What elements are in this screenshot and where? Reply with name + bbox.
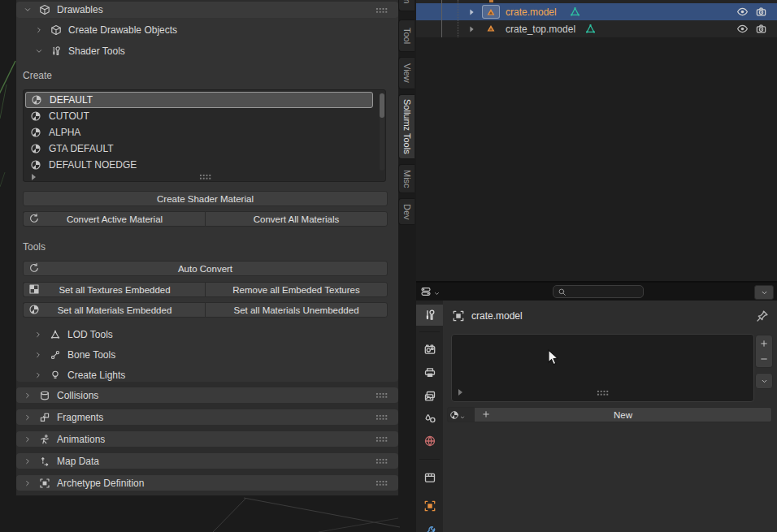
panel-header-map-data[interactable]: Map Data — [16, 453, 398, 469]
panel-drag-grip[interactable] — [375, 480, 388, 486]
world-globe-icon — [423, 435, 436, 448]
slot-specials-button[interactable] — [755, 373, 773, 389]
create-shader-material-button[interactable]: Create Shader Material — [23, 191, 388, 206]
subpanel-header-create-drawable-objects[interactable]: Create Drawable Objects — [34, 23, 384, 37]
convert-all-materials-button[interactable]: Convert All Materials — [205, 211, 388, 227]
editor-type-button[interactable] — [420, 285, 446, 298]
panel-drawables: Drawables Create Drawable Objects Shader… — [16, 2, 398, 382]
auto-convert-button[interactable]: Auto Convert — [23, 261, 388, 276]
list-filter-expand-icon[interactable] — [458, 389, 462, 396]
tab-view-layer-properties[interactable] — [421, 388, 439, 404]
chevron-right-icon — [34, 25, 44, 35]
shader-list-item-gta-default[interactable]: GTA DEFAULT — [25, 141, 373, 157]
hierarchy-dashed-line — [458, 0, 458, 37]
tab-view[interactable]: View — [398, 57, 415, 89]
tab-collection-properties[interactable] — [421, 469, 439, 486]
panel-header-animations[interactable]: Animations — [16, 431, 398, 447]
object-name[interactable]: crate_top.model — [506, 24, 575, 35]
shader-name: CUTOUT — [49, 110, 89, 122]
cube-icon — [39, 4, 50, 15]
sidebar-tab-strip: Item Tool View Sollumz Tools Misc Dev — [398, 0, 416, 532]
tab-sollumz-tools[interactable]: Sollumz Tools — [398, 94, 415, 159]
tab-tool-properties[interactable] — [421, 307, 439, 323]
tab-item-partial[interactable]: Item — [398, 0, 415, 11]
remove-all-embedded-textures-button[interactable]: Remove all Embeded Textures — [205, 282, 388, 297]
set-all-textures-embedded-button[interactable]: Set all Textures Embedded — [23, 282, 206, 297]
button-label: Create Shader Material — [157, 194, 254, 204]
map-data-icon — [39, 456, 50, 467]
hide-eye-icon[interactable] — [736, 6, 749, 18]
set-all-materials-unembedded-button[interactable]: Set all Materials Unembedded — [205, 302, 388, 318]
tab-object-properties[interactable] — [421, 498, 439, 514]
browse-material-dropdown[interactable] — [447, 407, 477, 422]
tab-world-properties[interactable] — [421, 433, 439, 449]
tab-misc[interactable]: Misc — [398, 164, 415, 193]
outliner-row-crate-top-model[interactable]: crate_top.model — [416, 20, 777, 37]
chevron-right-icon — [33, 370, 43, 380]
tab-tool[interactable]: Tool — [398, 19, 415, 52]
properties-search[interactable] — [553, 285, 644, 298]
material-icon — [31, 94, 42, 106]
panel-drag-grip[interactable] — [375, 7, 388, 13]
list-resize-grip[interactable] — [597, 390, 609, 396]
chevron-down-icon — [760, 377, 769, 386]
chevron-right-icon — [33, 330, 43, 340]
properties-search-input[interactable] — [570, 286, 638, 297]
panel-header-drawables[interactable]: Drawables — [16, 2, 398, 18]
chevron-right-icon — [33, 350, 43, 360]
outliner-row-crate-model[interactable]: crate.model — [416, 3, 777, 20]
disable-render-icon[interactable] — [755, 6, 767, 18]
expand-icon[interactable] — [470, 10, 473, 15]
material-slot-list[interactable] — [451, 334, 754, 402]
list-filter-expand-icon[interactable] — [32, 174, 36, 180]
subpanel-header-create-lights[interactable]: Create Lights — [33, 368, 383, 383]
breadcrumb: crate.model — [452, 309, 769, 322]
subpanel-header-shader-tools[interactable]: Shader Tools — [34, 44, 384, 58]
material-icon — [30, 110, 41, 122]
tab-modifier-properties[interactable] — [421, 524, 439, 532]
panel-drag-grip[interactable] — [375, 458, 388, 464]
list-scrollbar[interactable] — [380, 93, 384, 171]
disable-render-icon[interactable] — [755, 23, 767, 35]
object-name[interactable]: crate.model — [506, 6, 557, 18]
pin-icon[interactable] — [756, 309, 769, 322]
material-icon — [449, 410, 459, 420]
header-options-button[interactable] — [754, 285, 774, 300]
panel-header-collisions[interactable]: Collisions — [16, 387, 398, 403]
panel-drag-grip[interactable] — [375, 392, 388, 398]
list-resize-grip[interactable] — [199, 174, 211, 179]
panel-header-fragments[interactable]: Fragments — [16, 409, 398, 425]
shader-list-item-alpha[interactable]: ALPHA — [25, 124, 373, 141]
chevron-down-icon — [34, 46, 44, 56]
panel-drag-grip[interactable] — [375, 436, 388, 442]
add-slot-button[interactable] — [755, 335, 773, 353]
fragments-icon — [39, 412, 50, 423]
tab-scene-properties[interactable] — [421, 410, 439, 426]
hide-eye-icon[interactable] — [736, 23, 749, 35]
chevron-right-icon — [23, 413, 33, 422]
set-all-materials-embedded-button[interactable]: Set all Materials Embedded — [23, 302, 206, 318]
mouse-cursor — [548, 349, 561, 367]
panel-drag-grip[interactable] — [375, 414, 388, 420]
tab-render-properties[interactable] — [421, 341, 439, 357]
tab-output-properties[interactable] — [421, 365, 439, 381]
new-material-button[interactable]: New — [474, 407, 772, 422]
shader-list-item-default[interactable]: DEFAULT — [25, 92, 373, 108]
animation-icon — [39, 434, 50, 445]
subpanel-header-bone-tools[interactable]: Bone Tools — [33, 348, 383, 362]
convert-active-material-button[interactable]: Convert Active Material — [23, 211, 206, 227]
expand-icon[interactable] — [470, 27, 473, 32]
shader-list-item-default-noedge[interactable]: DEFAULT NOEDGE — [25, 157, 373, 173]
section-label-tools: Tools — [23, 241, 46, 253]
remove-slot-button[interactable] — [755, 351, 773, 368]
tab-dev[interactable]: Dev — [398, 198, 415, 225]
subpanel-header-lod-tools[interactable]: LOD Tools — [33, 327, 383, 342]
list-scrollbar-thumb[interactable] — [380, 93, 384, 118]
tab-separator — [419, 331, 440, 332]
mesh-object-icon — [486, 24, 496, 33]
panel-header-archetype-definition[interactable]: Archetype Definition — [16, 475, 398, 491]
shader-list-item-cutout[interactable]: CUTOUT — [25, 108, 373, 124]
subpanel-title: Create Drawable Objects — [68, 24, 177, 36]
chevron-right-icon — [23, 456, 33, 466]
chevron-right-icon — [23, 478, 33, 488]
